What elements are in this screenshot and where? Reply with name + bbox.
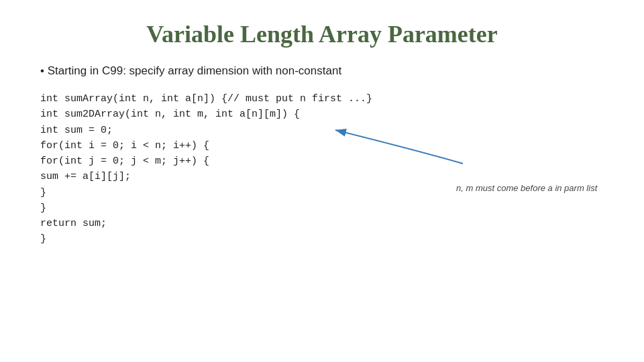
slide-title: Variable Length Array Parameter xyxy=(34,20,610,48)
code-line-5: for(int j = 0; j < m; j++) { xyxy=(40,154,610,169)
arrow-annotation-label: n, m must come before a in parm list xyxy=(456,182,597,195)
code-line-8: } xyxy=(40,200,610,216)
bullet-text: Starting in C99: specify array dimension… xyxy=(48,64,341,77)
code-line-2: int sum2DArray(int n, int m, int a[n][m]… xyxy=(40,107,610,122)
bullet-dot: • xyxy=(40,64,48,77)
slide: Variable Length Array Parameter • Starti… xyxy=(0,0,644,362)
code-line-4: for(int i = 0; i < n; i++) { xyxy=(40,138,610,154)
bullet-point: • Starting in C99: specify array dimensi… xyxy=(40,64,610,78)
code-line-1: int sumArray(int n, int a[n]) {// must p… xyxy=(40,91,610,107)
code-line-10: } xyxy=(40,231,610,247)
code-line-3: int sum = 0; xyxy=(40,123,610,138)
code-line-9: return sum; xyxy=(40,216,610,231)
code-block: int sumArray(int n, int a[n]) {// must p… xyxy=(40,91,610,247)
